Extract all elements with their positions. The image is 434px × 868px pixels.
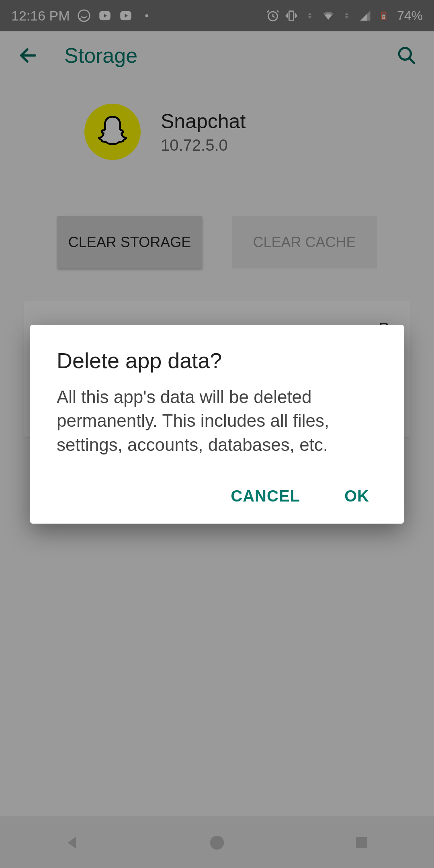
dialog-actions: CANCEL OK [57, 481, 377, 512]
delete-app-data-dialog: Delete app data? All this app's data wil… [30, 325, 404, 524]
dialog-cancel-button[interactable]: CANCEL [223, 481, 308, 512]
dialog-ok-button[interactable]: OK [336, 481, 377, 512]
dialog-title: Delete app data? [57, 348, 377, 373]
dialog-message: All this app's data will be deleted perm… [57, 385, 377, 457]
